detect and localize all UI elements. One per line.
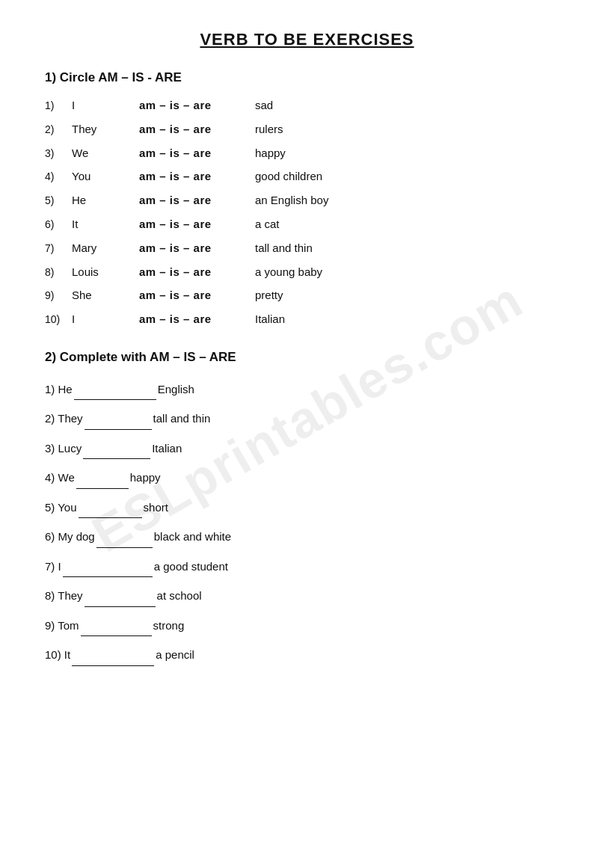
table-row: 8) Louis am – is – are a young baby [45, 262, 569, 282]
fill-blank[interactable] [96, 526, 153, 548]
row-number: 4) [45, 168, 72, 186]
fill-suffix: happy [130, 471, 161, 484]
fill-number: 8) [45, 589, 58, 602]
list-item: 3) Lucy Italian [45, 437, 569, 460]
row-complement: pretty [255, 286, 283, 305]
row-complement: sad [255, 96, 273, 115]
fill-number: 9) [45, 619, 58, 632]
fill-blank[interactable] [74, 378, 156, 401]
fill-prefix: My dog [58, 530, 95, 543]
fill-number: 7) [45, 560, 58, 573]
row-number: 3) [45, 145, 72, 163]
fill-blank[interactable] [76, 467, 129, 489]
fill-number: 3) [45, 442, 58, 455]
section1-title: 1) Circle AM – IS - ARE [45, 70, 569, 85]
list-item: 2) They tall and thin [45, 407, 569, 430]
fill-suffix: Italian [152, 442, 182, 455]
fill-number: 4) [45, 471, 58, 484]
fill-number: 2) [45, 412, 58, 425]
table-row: 7) Mary am – is – are tall and thin [45, 238, 569, 258]
row-number: 9) [45, 287, 72, 305]
fill-number: 5) [45, 501, 58, 514]
list-item: 8) They at school [45, 585, 569, 607]
row-number: 8) [45, 264, 72, 282]
fill-suffix: at school [157, 589, 202, 602]
row-number: 2) [45, 121, 72, 139]
fill-blank[interactable] [85, 407, 152, 430]
row-subject: He [72, 191, 139, 210]
row-number: 1) [45, 97, 72, 115]
list-item: 1) He English [45, 378, 569, 401]
fill-prefix: You [58, 501, 76, 514]
fill-prefix: Lucy [58, 442, 82, 455]
row-number: 5) [45, 192, 72, 210]
row-subject: Louis [72, 262, 139, 282]
row-verb: am – is – are [139, 144, 255, 163]
section2-exercise-list: 1) He English 2) They tall and thin 3) L… [45, 378, 569, 666]
fill-prefix: It [64, 648, 70, 661]
row-verb: am – is – are [139, 167, 255, 186]
fill-blank[interactable] [81, 615, 152, 637]
row-subject: You [72, 167, 139, 186]
fill-blank[interactable] [72, 644, 154, 666]
row-number: 6) [45, 216, 72, 234]
fill-blank[interactable] [79, 496, 142, 519]
table-row: 4) You am – is – are good children [45, 167, 569, 186]
fill-blank[interactable] [63, 555, 153, 578]
row-complement: rulers [255, 120, 283, 139]
table-row: 1) I am – is – are sad [45, 96, 569, 115]
row-verb: am – is – are [139, 120, 255, 139]
fill-suffix: strong [153, 619, 185, 632]
fill-suffix: English [158, 383, 194, 395]
fill-suffix: black and white [154, 530, 231, 543]
row-subject: They [72, 120, 139, 139]
row-subject: I [72, 310, 139, 329]
fill-number: 1) [45, 383, 58, 395]
fill-suffix: a pencil [156, 648, 194, 661]
fill-number: 6) [45, 530, 58, 543]
page-title: VERB TO BE EXERCISES [45, 30, 569, 49]
fill-prefix: He [58, 383, 73, 395]
list-item: 6) My dog black and white [45, 526, 569, 548]
row-verb: am – is – are [139, 215, 255, 234]
row-verb: am – is – are [139, 238, 255, 258]
section2-title: 2) Complete with AM – IS – ARE [45, 350, 569, 365]
row-verb: am – is – are [139, 262, 255, 282]
list-item: 7) I a good student [45, 555, 569, 578]
row-number: 10) [45, 311, 72, 329]
row-subject: We [72, 144, 139, 163]
list-item: 5) You short [45, 496, 569, 519]
fill-suffix: short [144, 501, 168, 514]
row-verb: am – is – are [139, 96, 255, 115]
row-subject: It [72, 215, 139, 234]
fill-suffix: a good student [154, 560, 228, 573]
fill-prefix: I [58, 560, 61, 573]
table-row: 3) We am – is – are happy [45, 144, 569, 163]
section1-exercise-list: 1) I am – is – are sad 2) They am – is –… [45, 96, 569, 329]
row-complement: Italian [255, 310, 285, 329]
fill-prefix: Tom [58, 619, 79, 632]
row-complement: a cat [255, 215, 280, 234]
row-complement: an English boy [255, 191, 328, 210]
row-complement: tall and thin [255, 238, 313, 258]
row-subject: I [72, 96, 139, 115]
fill-number: 10) [45, 648, 64, 661]
row-verb: am – is – are [139, 191, 255, 210]
fill-prefix: We [58, 471, 75, 484]
fill-blank[interactable] [83, 437, 150, 460]
fill-prefix: They [58, 412, 82, 425]
row-complement: happy [255, 144, 286, 163]
list-item: 10) It a pencil [45, 644, 569, 666]
table-row: 2) They am – is – are rulers [45, 120, 569, 139]
row-complement: good children [255, 167, 322, 186]
row-number: 7) [45, 240, 72, 258]
row-complement: a young baby [255, 262, 322, 282]
row-subject: Mary [72, 238, 139, 258]
list-item: 4) We happy [45, 467, 569, 489]
row-verb: am – is – are [139, 286, 255, 305]
table-row: 6) It am – is – are a cat [45, 215, 569, 234]
row-verb: am – is – are [139, 310, 255, 329]
fill-suffix: tall and thin [153, 412, 211, 425]
fill-blank[interactable] [85, 585, 156, 607]
list-item: 9) Tom strong [45, 615, 569, 637]
